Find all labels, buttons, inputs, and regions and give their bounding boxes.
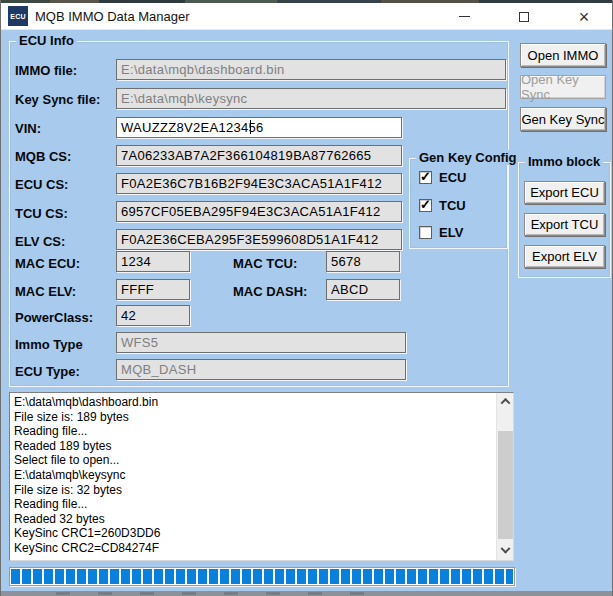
vin-label: VIN:: [15, 121, 41, 136]
text-caret: [250, 120, 251, 134]
key-sync-file-label: Key Sync file:: [15, 92, 100, 107]
chevron-down-icon: [501, 544, 511, 554]
progress-bar: [9, 567, 515, 586]
export-elv-button[interactable]: Export ELV: [524, 245, 605, 268]
tcu-cs-label: TCU CS:: [15, 206, 68, 221]
mac-dash-label: MAC DASH:: [233, 284, 307, 299]
scroll-down-button[interactable]: [497, 543, 514, 560]
mac-ecu-input[interactable]: [116, 251, 190, 272]
tcu-checkbox[interactable]: [419, 199, 432, 212]
ecu-cs-input[interactable]: [116, 173, 402, 194]
close-button[interactable]: ×: [554, 3, 613, 30]
gen-key-config-group: Gen Key Config ECU TCU ELV: [409, 158, 508, 249]
immo-type-input: [116, 332, 406, 353]
ecu-type-label: ECU Type:: [15, 364, 80, 379]
desktop-edge-bottom: [1, 591, 613, 596]
scroll-thumb[interactable]: [498, 431, 513, 539]
elv-cs-label: ELV CS:: [15, 234, 65, 249]
ecu-info-legend: ECU Info: [16, 33, 77, 48]
power-class-label: PowerClass:: [15, 310, 93, 325]
mac-elv-label: MAC ELV:: [15, 284, 76, 299]
mac-tcu-input[interactable]: [326, 251, 400, 272]
power-class-input[interactable]: [116, 305, 190, 326]
window-controls: ×: [434, 3, 613, 30]
tcu-checkbox-label: TCU: [439, 198, 466, 213]
export-tcu-button[interactable]: Export TCU: [524, 213, 605, 236]
progress-fill: [11, 569, 513, 584]
minimize-button[interactable]: [434, 3, 494, 30]
scroll-up-button[interactable]: [497, 393, 514, 410]
ecu-checkbox[interactable]: [419, 171, 432, 184]
ecu-checkbox-label: ECU: [439, 170, 466, 185]
window-title: MQB IMMO Data Manager: [35, 9, 190, 24]
title-bar[interactable]: ECU MQB IMMO Data Manager ×: [1, 3, 613, 30]
chevron-up-icon: [501, 398, 511, 408]
elv-checkbox[interactable]: [419, 226, 432, 239]
open-key-sync-button: Open Key Sync: [520, 75, 606, 99]
immo-type-label: Immo Type: [15, 337, 83, 352]
minimize-icon: [459, 16, 470, 17]
mac-dash-input[interactable]: [326, 279, 400, 300]
checkbox-row-tcu[interactable]: TCU: [419, 198, 466, 213]
maximize-icon: [519, 12, 529, 22]
vin-input[interactable]: [116, 117, 402, 138]
log-scrollbar[interactable]: [496, 393, 513, 560]
gen-key-config-legend: Gen Key Config: [416, 150, 520, 165]
app-window: ECU MQB IMMO Data Manager × ECU Info IMM…: [0, 0, 613, 596]
mac-ecu-label: MAC ECU:: [15, 256, 80, 271]
open-immo-button[interactable]: Open IMMO: [520, 43, 606, 67]
mac-tcu-label: MAC TCU:: [233, 256, 297, 271]
elv-cs-input[interactable]: [116, 229, 402, 250]
log-output[interactable]: E:\data\mqb\dashboard.binFile size is: 1…: [14, 395, 493, 556]
tcu-cs-input[interactable]: [116, 201, 402, 222]
immo-file-input: [116, 59, 506, 80]
close-icon: ×: [579, 12, 590, 22]
maximize-button[interactable]: [494, 3, 554, 30]
immo-block-group: Immo block Export ECU Export TCU Export …: [518, 162, 611, 278]
checkbox-row-ecu[interactable]: ECU: [419, 170, 466, 185]
log-panel: E:\data\mqb\dashboard.binFile size is: 1…: [9, 392, 514, 561]
key-sync-file-input: [116, 88, 506, 109]
elv-checkbox-label: ELV: [439, 225, 463, 240]
mac-elv-input[interactable]: [116, 279, 190, 300]
mqb-cs-input[interactable]: [116, 145, 402, 166]
app-icon[interactable]: ECU: [8, 6, 28, 26]
ecu-cs-label: ECU CS:: [15, 177, 68, 192]
immo-file-label: IMMO file:: [15, 63, 77, 78]
mqb-cs-label: MQB CS:: [15, 149, 71, 164]
gen-key-sync-button[interactable]: Gen Key Sync: [520, 107, 606, 131]
immo-block-legend: Immo block: [525, 154, 603, 169]
ecu-type-input: [116, 359, 406, 380]
checkbox-row-elv[interactable]: ELV: [419, 225, 463, 240]
export-ecu-button[interactable]: Export ECU: [524, 181, 605, 204]
